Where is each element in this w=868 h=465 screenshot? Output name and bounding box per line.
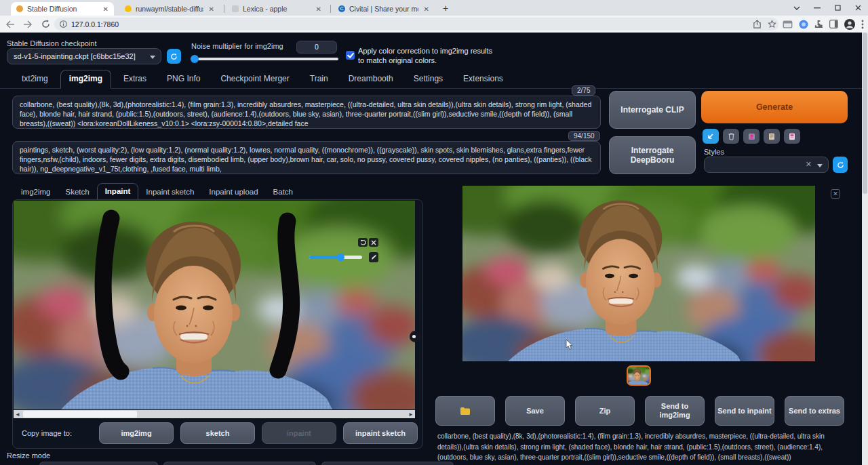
tab-extensions[interactable]: Extensions xyxy=(455,70,511,88)
send-to-inpaint-button[interactable]: Send to inpaint xyxy=(715,396,774,426)
resize-handle[interactable] xyxy=(410,331,421,342)
site-info-icon[interactable] xyxy=(60,20,67,28)
save-button[interactable]: Save xyxy=(505,396,565,426)
tab-img2img[interactable]: img2img xyxy=(60,70,111,89)
open-folder-button[interactable] xyxy=(435,396,495,426)
generate-button[interactable]: Generate xyxy=(701,91,848,123)
page-scrollbar[interactable] xyxy=(862,33,868,465)
tab-checkpoint-merger[interactable]: Checkpoint Merger xyxy=(212,70,297,88)
brush-tool-button[interactable] xyxy=(369,252,378,262)
forward-icon[interactable] xyxy=(20,17,35,32)
tab-settings[interactable]: Settings xyxy=(406,70,451,88)
reload-icon[interactable] xyxy=(38,17,53,32)
profile-avatar[interactable] xyxy=(844,19,855,30)
close-gallery-icon[interactable]: ✕ xyxy=(831,189,840,199)
styles-label: Styles xyxy=(704,148,724,156)
copy-to-img2img-button[interactable]: img2img xyxy=(99,422,174,444)
paste-params-button[interactable] xyxy=(703,129,719,144)
share-icon[interactable] xyxy=(753,20,762,28)
slider-handle[interactable] xyxy=(191,55,199,63)
inpaint-canvas[interactable] xyxy=(14,201,415,409)
scrollbar-thumb[interactable] xyxy=(23,411,137,418)
tab-dreambooth[interactable]: Dreambooth xyxy=(340,70,401,88)
address-bar[interactable]: 127.0.0.1:7860 xyxy=(54,18,778,31)
close-tab-icon[interactable]: ✕ xyxy=(209,5,214,13)
save-style-button[interactable] xyxy=(764,129,780,144)
copy-to-inpaint-sketch-button[interactable]: inpaint sketch xyxy=(343,422,418,444)
extension-window-icon[interactable] xyxy=(783,20,793,28)
new-tab-button[interactable]: + xyxy=(439,3,452,15)
tab-inpaint[interactable]: Inpaint xyxy=(97,183,139,200)
close-tab-icon[interactable]: ✕ xyxy=(316,5,321,13)
resize-option[interactable] xyxy=(39,462,158,465)
noise-multiplier-slider[interactable] xyxy=(191,58,338,60)
tab-separator xyxy=(330,5,331,13)
tab-batch[interactable]: Batch xyxy=(266,184,300,200)
result-image[interactable] xyxy=(462,186,815,361)
slider-handle[interactable] xyxy=(337,254,344,261)
refresh-icon xyxy=(837,161,844,169)
folder-icon xyxy=(460,407,471,416)
send-to-img2img-button[interactable]: Send to img2img xyxy=(645,396,705,426)
extra-networks-button[interactable] xyxy=(743,129,760,144)
browser-tab-runwayml[interactable]: runwayml/stable-diffusion-inpai ✕ xyxy=(119,2,220,16)
tab-title: Stable Diffusion xyxy=(27,5,98,13)
clear-image-button[interactable] xyxy=(369,238,378,247)
tab-inpaint-sketch[interactable]: Inpaint sketch xyxy=(138,184,201,200)
tab-search-icon[interactable] xyxy=(787,0,807,16)
gallery-thumbnail[interactable] xyxy=(627,365,651,386)
noise-multiplier-input[interactable]: 0 xyxy=(296,41,337,54)
negative-prompt-textarea[interactable]: paintings, sketch, (worst quality:2), (l… xyxy=(12,141,601,174)
minimize-icon[interactable] xyxy=(807,0,827,16)
styles-dropdown[interactable]: ✕ xyxy=(704,157,829,173)
tab-sketch[interactable]: Sketch xyxy=(58,184,96,200)
extensions-puzzle-icon[interactable] xyxy=(814,20,823,28)
refresh-styles-button[interactable] xyxy=(833,157,848,173)
chevron-down-icon xyxy=(150,56,155,59)
scrollbar-thumb[interactable] xyxy=(863,33,867,194)
tab-img2img-mode[interactable]: img2img xyxy=(14,184,58,200)
close-tab-icon[interactable]: ✕ xyxy=(103,5,108,13)
close-tab-icon[interactable]: ✕ xyxy=(424,5,429,13)
tab-inpaint-upload[interactable]: Inpaint upload xyxy=(201,184,265,200)
zip-button[interactable]: Zip xyxy=(575,396,635,426)
resize-option[interactable] xyxy=(321,462,454,465)
clear-styles-icon[interactable]: ✕ xyxy=(806,160,812,169)
extension-blue-icon[interactable] xyxy=(799,20,808,29)
interrogate-clip-button[interactable]: Interrogate CLIP xyxy=(609,91,696,129)
send-to-extras-button[interactable]: Send to extras xyxy=(785,396,844,426)
tab-train[interactable]: Train xyxy=(302,70,336,88)
tab-png-info[interactable]: PNG Info xyxy=(159,70,208,88)
arrow-down-left-icon xyxy=(707,133,714,140)
prompt-textarea[interactable]: collarbone, (best quality),(8k, 3d),(pho… xyxy=(12,96,601,129)
extra-networks-icon xyxy=(748,133,755,140)
resize-option[interactable] xyxy=(163,462,316,465)
menu-kebab-icon[interactable] xyxy=(861,20,864,29)
restore-icon[interactable] xyxy=(827,0,848,16)
bookmark-star-icon[interactable] xyxy=(768,20,776,28)
refresh-checkpoint-button[interactable] xyxy=(167,49,181,64)
apply-style-button[interactable] xyxy=(784,129,800,144)
browser-tab-lexica[interactable]: Lexica - apple ✕ xyxy=(226,2,327,16)
undo-button[interactable] xyxy=(358,238,368,247)
color-correction-checkbox[interactable] xyxy=(346,51,355,60)
canvas-horizontal-scrollbar[interactable]: ◄ ► xyxy=(14,410,415,418)
brush-size-slider[interactable] xyxy=(309,256,362,259)
tab-txt2img[interactable]: txt2img xyxy=(14,70,56,88)
prompt-tools xyxy=(703,129,800,144)
back-icon[interactable] xyxy=(3,17,18,32)
scroll-left-icon[interactable]: ◄ xyxy=(14,411,22,418)
trash-icon xyxy=(728,133,734,140)
side-panel-icon[interactable] xyxy=(829,20,838,28)
browser-tab-stable-diffusion[interactable]: Stable Diffusion ✕ xyxy=(11,2,114,16)
scroll-right-icon[interactable]: ► xyxy=(407,411,415,418)
clear-prompt-button[interactable] xyxy=(723,129,739,144)
interrogate-deepbooru-button[interactable]: Interrogate DeepBooru xyxy=(609,136,696,174)
tab-extras[interactable]: Extras xyxy=(115,70,155,88)
mouse-cursor xyxy=(565,339,574,351)
browser-tab-civitai[interactable]: C Civitai | Share your models ✕ xyxy=(333,2,435,16)
copy-to-sketch-button[interactable]: sketch xyxy=(180,422,255,444)
checkpoint-dropdown[interactable]: sd-v1-5-inpainting.ckpt [c6bbc15e32] xyxy=(7,48,161,64)
url-text: 127.0.0.1:7860 xyxy=(71,20,119,28)
close-window-icon[interactable] xyxy=(848,0,868,16)
